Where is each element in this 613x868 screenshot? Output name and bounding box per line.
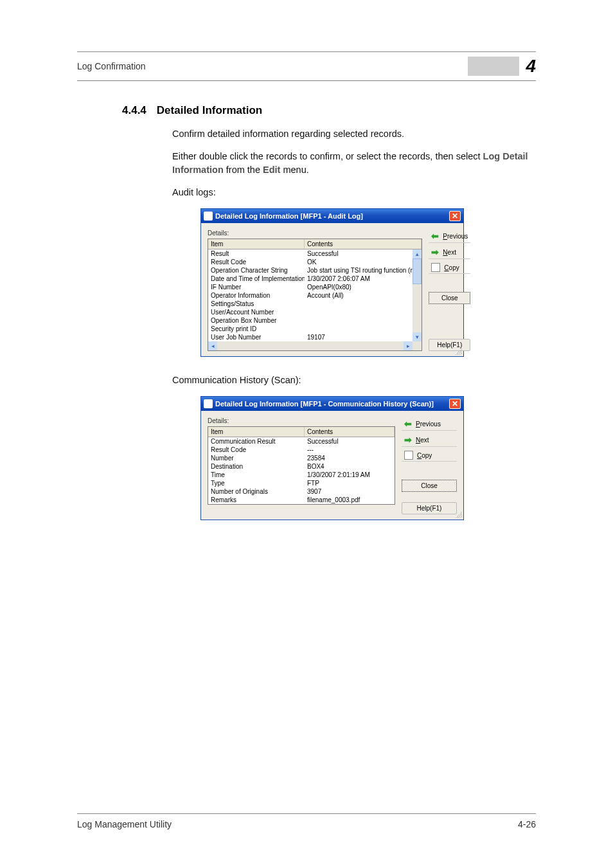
page-header: Log Confirmation 4 [77, 51, 536, 81]
column-contents[interactable]: Contents [305, 427, 395, 437]
cell-item: Settings/Status [208, 300, 305, 308]
cell-content: --- [305, 446, 395, 454]
previous-button[interactable]: ⬅ Previous [402, 417, 457, 431]
cell-item: Operator Information [208, 291, 305, 300]
cell-item: User Job Number [208, 333, 305, 341]
vertical-scrollbar[interactable]: ▴ ▾ [413, 249, 422, 341]
help-button[interactable]: Help(F1) [429, 339, 470, 351]
table-row[interactable]: Operation Box Number [208, 316, 422, 325]
table-row[interactable]: Settings/Status [208, 300, 422, 308]
text: menu. [280, 165, 308, 175]
cell-content: Account (All) [305, 291, 422, 300]
close-icon[interactable]: ✕ [449, 399, 461, 409]
app-icon [204, 212, 213, 221]
cell-content: 1/30/2007 2:01:19 AM [305, 471, 395, 479]
resize-grip-icon[interactable] [456, 512, 462, 518]
column-contents[interactable]: Contents [305, 239, 422, 249]
cell-content [305, 316, 422, 325]
cell-item: Result Code [208, 258, 305, 266]
table-row[interactable]: ResultSuccessful [208, 249, 422, 258]
chapter-bg [468, 57, 519, 76]
cell-content: 3907 [305, 487, 395, 496]
cell-content: Successful [305, 437, 395, 446]
scroll-up-icon[interactable]: ▴ [413, 249, 422, 258]
cell-item: Result [208, 249, 305, 258]
audit-log-dialog: Detailed Log Information [MFP1 - Audit L… [200, 208, 464, 357]
table-row[interactable]: TypeFTP [208, 479, 395, 487]
scroll-left-icon[interactable]: ◂ [208, 341, 217, 350]
copy-label: opy [449, 264, 459, 271]
table-row[interactable]: Communication ResultSuccessful [208, 437, 395, 446]
close-icon[interactable]: ✕ [449, 211, 461, 221]
copy-label: opy [422, 452, 432, 459]
table-row[interactable]: User Job Number19107 [208, 333, 422, 341]
next-button[interactable]: ➡ Next [429, 246, 470, 259]
table-row[interactable]: Security print ID [208, 325, 422, 333]
table-row[interactable]: Number23584 [208, 454, 395, 462]
copy-button[interactable]: Copy [429, 262, 470, 274]
column-item[interactable]: Item [208, 239, 305, 249]
cell-content: 23584 [305, 454, 395, 462]
cell-item: IF Number [208, 283, 305, 291]
resize-grip-icon[interactable] [456, 348, 462, 355]
section-title: Detailed Information [157, 104, 262, 117]
table-row[interactable]: Operation Character StringJob start usin… [208, 266, 422, 275]
text: Either double click the records to confi… [172, 151, 483, 161]
next-label: ext [448, 249, 456, 256]
column-item[interactable]: Item [208, 427, 305, 437]
scroll-thumb[interactable] [413, 258, 422, 284]
table-row[interactable]: Date and Time of Implementation1/30/2007… [208, 275, 422, 283]
grid-header: Item Contents [208, 427, 395, 437]
next-button[interactable]: ➡ Next [402, 433, 457, 447]
dialog-titlebar[interactable]: Detailed Log Information [MFP1 - Communi… [201, 397, 463, 411]
table-row[interactable]: Operator InformationAccount (All) [208, 291, 422, 300]
chapter-indicator: 4 [468, 56, 536, 77]
grid-body: ▴ ▾ ResultSuccessfulResult CodeOKOperati… [208, 249, 422, 341]
cell-item: Type [208, 479, 305, 487]
footer-title: Log Management Utility [77, 819, 172, 829]
table-row[interactable]: Result CodeOK [208, 258, 422, 266]
arrow-right-icon: ➡ [404, 435, 412, 445]
table-row[interactable]: Number of Originals3907 [208, 487, 395, 496]
cell-content: OpenAPI(0x80) [305, 283, 422, 291]
cell-content: Successful [305, 249, 422, 258]
cell-item: Destination [208, 462, 305, 471]
table-row[interactable]: DestinationBOX4 [208, 462, 395, 471]
cell-content: Job start using TSI routing function (re… [305, 266, 422, 275]
copy-icon [431, 263, 440, 272]
help-button[interactable]: Help(F1) [402, 502, 457, 514]
section-heading: 4.4.4 Detailed Information [122, 104, 536, 117]
cell-item: Operation Character String [208, 266, 305, 275]
details-grid: Item Contents ▴ ▾ ResultSuccessfulResult… [208, 239, 422, 351]
table-row[interactable]: IF NumberOpenAPI(0x80) [208, 283, 422, 291]
grid-body: Communication ResultSuccessfulResult Cod… [208, 437, 395, 504]
comm-history-label: Communication History (Scan): [172, 374, 536, 387]
close-button[interactable]: Close [429, 292, 470, 304]
scroll-right-icon[interactable]: ▸ [404, 341, 413, 350]
close-button[interactable]: Close [402, 480, 457, 492]
header-title: Log Confirmation [77, 61, 146, 71]
dialog-titlebar[interactable]: Detailed Log Information [MFP1 - Audit L… [201, 209, 463, 223]
chapter-number: 4 [520, 56, 536, 77]
intro-paragraph: Confirm detailed information regarding s… [172, 127, 536, 141]
horizontal-scrollbar[interactable]: ◂ ▸ [208, 341, 413, 350]
cell-item: Number of Originals [208, 487, 305, 496]
cell-content: 19107 [305, 333, 422, 341]
comm-history-dialog: Detailed Log Information [MFP1 - Communi… [200, 396, 464, 520]
cell-content [305, 300, 422, 308]
table-row[interactable]: Remarksfilename_0003.pdf [208, 496, 395, 504]
grid-header: Item Contents [208, 239, 422, 249]
table-row[interactable]: Result Code--- [208, 446, 395, 454]
table-row[interactable]: User/Account Number [208, 308, 422, 316]
details-grid: Item Contents Communication ResultSucces… [208, 426, 395, 505]
scroll-down-icon[interactable]: ▾ [413, 332, 422, 341]
details-label: Details: [208, 230, 422, 237]
cell-content [305, 325, 422, 333]
cell-content: FTP [305, 479, 395, 487]
copy-button[interactable]: Copy [402, 449, 457, 462]
previous-button[interactable]: ⬅ Previous [429, 230, 470, 243]
menu-label: Edit [263, 165, 280, 175]
copy-icon [404, 451, 413, 460]
cell-content: OK [305, 258, 422, 266]
table-row[interactable]: Time1/30/2007 2:01:19 AM [208, 471, 395, 479]
